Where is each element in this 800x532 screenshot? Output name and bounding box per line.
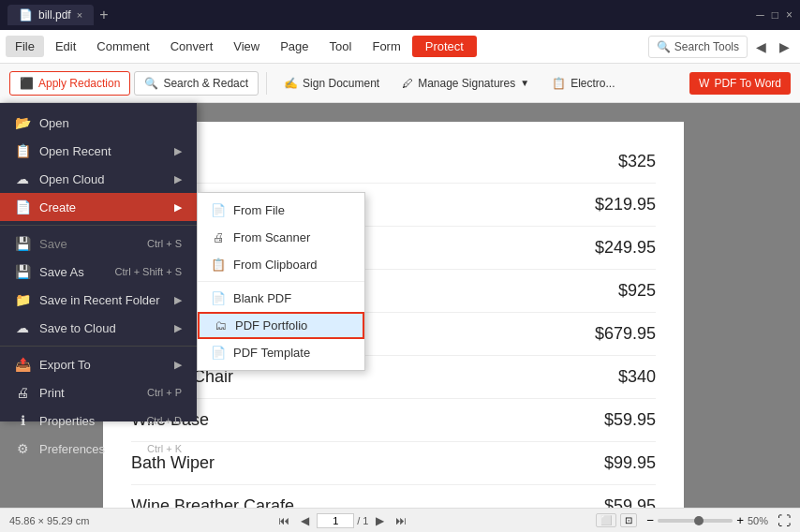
menu-protect[interactable]: Protect (412, 36, 477, 57)
file-menu: 📂 Open 📋 Open Recent ▶ ☁ Open Cloud ▶ 📄 … (0, 103, 197, 421)
apply-redaction-button[interactable]: ⬛ Apply Redaction (9, 71, 130, 96)
page-indicator: / 1 (317, 513, 368, 528)
submenu-pdf-portfolio[interactable]: 🗂 PDF Portfolio (198, 312, 364, 339)
product-price: $59.95 (604, 496, 656, 508)
electronic-label: Electro... (570, 77, 615, 90)
properties-label: Properties (39, 414, 95, 428)
toolbar: ⬛ Apply Redaction 🔍 Search & Redact ✍ Si… (0, 64, 800, 103)
create-arrow-icon: ▶ (174, 201, 182, 214)
prev-page-button[interactable]: ◀ (297, 513, 313, 528)
redaction-icon: ⬛ (20, 77, 34, 90)
title-bar: 📄 bill.pdf × + ─ □ × (0, 0, 800, 30)
pdf-word-icon: W (699, 77, 709, 90)
file-tab[interactable]: 📄 bill.pdf × (7, 5, 94, 25)
last-page-button[interactable]: ⏭ (392, 513, 410, 528)
nav-forward-button[interactable]: ▶ (775, 37, 794, 56)
menu-item-open-cloud[interactable]: ☁ Open Cloud ▶ (0, 165, 197, 193)
menu-item-open[interactable]: 📂 Open (0, 109, 197, 137)
zoom-slider[interactable] (658, 519, 733, 523)
menu-convert[interactable]: Convert (161, 36, 223, 57)
next-page-button[interactable]: ▶ (372, 513, 388, 528)
preferences-shortcut: Ctrl + K (147, 443, 182, 454)
submenu-divider (198, 281, 364, 282)
search-redact-icon: 🔍 (144, 77, 158, 90)
menu-item-export[interactable]: 📤 Export To ▶ (0, 350, 197, 378)
close-tab-button[interactable]: × (77, 9, 82, 21)
product-name: Wine Breather Carafe (131, 496, 294, 508)
manage-signatures-button[interactable]: 🖊 Manage Signatures ▼ (393, 72, 539, 95)
dimensions-label: 45.86 × 95.29 cm (9, 515, 89, 526)
manage-signatures-label: Manage Signatures (418, 77, 515, 90)
page-input[interactable] (317, 513, 354, 528)
product-price: $59.95 (604, 410, 656, 430)
properties-icon: ℹ (15, 413, 30, 428)
menu-item-save[interactable]: 💾 Save Ctrl + S (0, 229, 197, 258)
submenu-from-clipboard[interactable]: 📋 From Clipboard (198, 251, 364, 278)
first-page-button[interactable]: ⏮ (274, 513, 293, 528)
menu-form[interactable]: Form (363, 36, 409, 57)
zoom-slider-thumb (694, 516, 704, 525)
menu-item-save-as[interactable]: 💾 Save As Ctrl + Shift + S (0, 258, 197, 286)
search-tools-button[interactable]: 🔍 Search Tools (648, 36, 748, 58)
create-submenu: 📄 From File 🖨 From Scanner 📋 From Clipbo… (197, 192, 365, 371)
electronic-icon: 📋 (552, 77, 566, 90)
pdf-icon: 📄 (19, 8, 33, 22)
submenu-from-scanner[interactable]: 🖨 From Scanner (198, 224, 364, 251)
pdf-template-icon: 📄 (211, 346, 226, 360)
save-as-label: Save As (39, 265, 84, 279)
menu-item-print[interactable]: 🖨 Print Ctrl + P (0, 378, 197, 406)
open-icon: 📂 (15, 115, 30, 130)
preferences-label: Preferences (39, 442, 105, 456)
fit-width-button[interactable]: ⊡ (620, 513, 637, 527)
search-redact-button[interactable]: 🔍 Search & Redact (134, 71, 259, 96)
search-tools-label: Search Tools (674, 40, 739, 53)
menu-comment[interactable]: Comment (87, 36, 158, 57)
save-cloud-icon: ☁ (15, 320, 30, 335)
fit-page-button[interactable]: ⬜ (596, 513, 616, 527)
menu-edit[interactable]: Edit (46, 36, 85, 57)
main-area: 📂 Open 📋 Open Recent ▶ ☁ Open Cloud ▶ 📄 … (0, 103, 800, 508)
save-icon: 💾 (15, 236, 30, 251)
menu-file[interactable]: File (6, 36, 44, 57)
submenu-from-file[interactable]: 📄 From File (198, 197, 364, 224)
zoom-in-button[interactable]: + (736, 513, 744, 527)
menu-view[interactable]: View (224, 36, 269, 57)
nav-back-button[interactable]: ◀ (751, 37, 771, 56)
maximize-button[interactable]: □ (772, 8, 778, 22)
product-price: $219.95 (595, 195, 656, 214)
zoom-out-button[interactable]: − (646, 513, 654, 527)
menu-item-properties[interactable]: ℹ Properties Ctrl + D (0, 406, 197, 435)
product-price: $679.95 (595, 324, 656, 344)
table-row: Bath Wiper $99.95 (131, 442, 656, 485)
save-recent-icon: 📁 (15, 292, 30, 307)
menu-item-create[interactable]: 📄 Create ▶ (0, 193, 197, 221)
close-window-button[interactable]: × (786, 8, 793, 22)
menu-tool[interactable]: Tool (320, 36, 362, 57)
create-icon: 📄 (15, 200, 30, 214)
fullscreen-button[interactable]: ⛶ (778, 513, 791, 528)
electronic-button[interactable]: 📋 Electro... (542, 72, 624, 95)
pdf-portfolio-icon: 🗂 (213, 318, 228, 332)
menu-item-preferences[interactable]: ⚙ Preferences Ctrl + K (0, 435, 197, 463)
menu-page[interactable]: Page (271, 36, 318, 57)
menu-item-save-cloud[interactable]: ☁ Save to Cloud ▶ (0, 314, 197, 342)
menu-divider-1 (0, 225, 197, 226)
add-tab-button[interactable]: + (99, 7, 108, 23)
table-row: Wine Breather Carafe $59.95 (131, 485, 656, 508)
page-navigation: ⏮ ◀ / 1 ▶ ⏭ (274, 513, 410, 528)
sign-document-label: Sign Document (303, 77, 379, 90)
export-arrow: ▶ (174, 359, 182, 371)
sign-document-button[interactable]: ✍ Sign Document (274, 72, 389, 95)
export-label: Export To (39, 358, 91, 372)
print-icon: 🖨 (15, 385, 30, 400)
menu-item-save-recent[interactable]: 📁 Save in Recent Folder ▶ (0, 286, 197, 314)
save-recent-arrow: ▶ (174, 294, 182, 306)
product-price: $325 (618, 152, 656, 171)
submenu-pdf-template[interactable]: 📄 PDF Template (198, 339, 364, 366)
pdf-to-word-button[interactable]: W PDF To Word (689, 72, 791, 95)
submenu-blank-pdf[interactable]: 📄 Blank PDF (198, 285, 364, 312)
apply-redaction-label: Apply Redaction (38, 77, 120, 90)
menu-item-open-recent[interactable]: 📋 Open Recent ▶ (0, 137, 197, 165)
total-pages: 1 (363, 515, 368, 526)
minimize-button[interactable]: ─ (756, 8, 764, 22)
